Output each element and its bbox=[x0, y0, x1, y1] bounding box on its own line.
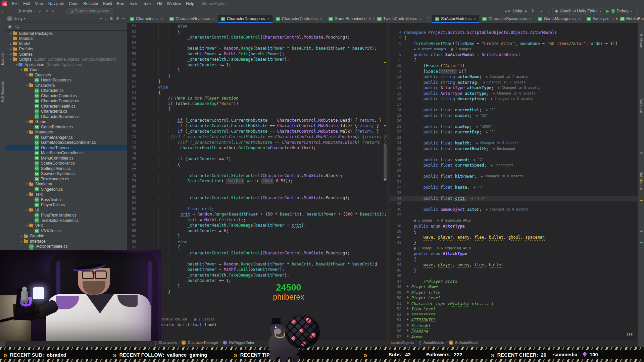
tree-item-GameModeSceneController.cs[interactable]: C#GameModeSceneController.cs bbox=[5, 140, 127, 145]
breadcrumb-item[interactable]: OnTriggerEnter bbox=[229, 341, 254, 345]
tree-item-GameManager.cs[interactable]: C#GameManager.cs bbox=[5, 135, 127, 140]
collapse-all-icon[interactable]: ⊟ bbox=[110, 16, 113, 21]
close-tab-icon[interactable]: × bbox=[161, 17, 163, 21]
editor-character-damage[interactable]: 51else52{53_characterControl.StateContro… bbox=[127, 23, 387, 339]
tree-item-VFX[interactable]: ▾VFX bbox=[5, 223, 127, 229]
tab-CharacterDamage.cs[interactable]: C#CharacterDamage.cs× bbox=[218, 15, 273, 23]
menu-navigate[interactable]: Navigate bbox=[46, 1, 66, 6]
highlighting-level-icon[interactable]: ▮▮▮ bbox=[627, 333, 633, 336]
tree-item-Boosters[interactable]: ▾Boosters bbox=[5, 72, 127, 78]
more-toolbar-icon[interactable]: ⋮ bbox=[634, 9, 641, 13]
menu-build[interactable]: Build bbox=[101, 1, 114, 6]
tree-item-FloatTextHandler.cs[interactable]: C#FloatTextHandler.cs bbox=[5, 213, 127, 218]
tree-chevron-icon[interactable]: ▾ bbox=[25, 182, 29, 186]
menu-help[interactable]: Help bbox=[184, 1, 197, 6]
tree-item-Scenes[interactable]: ▸Scenes bbox=[5, 52, 127, 57]
git-branch-widget[interactable]: main ▾ bbox=[16, 9, 37, 13]
menu-refactor[interactable]: Refactor bbox=[81, 1, 101, 6]
hidden-tabs-icon[interactable]: ⋮ bbox=[425, 16, 432, 21]
tab-CharacterSpawner.cs[interactable]: C#CharacterSpawner.cs× bbox=[479, 15, 535, 23]
tree-item-Game[interactable]: ▾Game bbox=[5, 119, 127, 125]
tree-item-Singelton.cs[interactable]: C#Singelton.cs bbox=[5, 187, 127, 192]
tree-chevron-icon[interactable]: ▾ bbox=[9, 58, 13, 61]
project-view-title[interactable]: Unity bbox=[13, 16, 22, 21]
breadcrumb-item[interactable]: SoActorModel bbox=[455, 341, 478, 345]
next-issue-icon[interactable]: ∨ bbox=[638, 16, 640, 20]
tree-item-Scripts[interactable]: ▾Scripts(Editor, ScriptableObjects, Scri… bbox=[5, 57, 127, 62]
menu-file[interactable]: File bbox=[10, 1, 21, 6]
unity-play-icon[interactable]: ▶ bbox=[525, 9, 528, 13]
tree-item-SpawnerSystem.cs[interactable]: C#SpawnerSystem.cs bbox=[5, 171, 127, 177]
tool-tab-database[interactable]: Database bbox=[639, 99, 643, 113]
error-stripe-mark[interactable] bbox=[640, 242, 643, 243]
menu-window[interactable]: Window bbox=[164, 1, 184, 6]
tree-item-Ui[interactable]: ▾Ui bbox=[5, 207, 127, 213]
tree-chevron-icon[interactable]: ▾ bbox=[25, 120, 29, 123]
tree-item-PlayerText.cs[interactable]: C#PlayerText.cs bbox=[5, 202, 127, 208]
error-stripe-mark[interactable] bbox=[640, 180, 643, 181]
hide-panel-icon[interactable]: ─ bbox=[122, 16, 125, 21]
tab-CharacterControl.cs[interactable]: C#CharacterControl.cs× bbox=[273, 15, 326, 23]
menu-edit[interactable]: Edit bbox=[21, 1, 33, 6]
tree-item-Interface[interactable]: ▾Interface bbox=[5, 239, 127, 244]
expand-all-icon[interactable]: ↕ bbox=[105, 16, 107, 21]
tree-item-CharacterHealth.cs[interactable]: C#CharacterHealth.cs bbox=[5, 104, 127, 109]
run-button[interactable]: ▶ bbox=[606, 9, 609, 13]
update-project-icon[interactable]: ↙ bbox=[37, 9, 43, 13]
tree-item-Model[interactable]: ▸Model bbox=[5, 41, 127, 47]
close-tab-icon[interactable]: × bbox=[611, 17, 613, 21]
tab-CharacterHealth.cs[interactable]: C#CharacterHealth.cs× bbox=[166, 15, 218, 23]
forward-icon[interactable]: → bbox=[7, 9, 13, 13]
chevrons-updown-icon[interactable]: ∧∨ bbox=[504, 9, 511, 13]
prev-issue-icon[interactable]: ∧ bbox=[372, 16, 375, 20]
search-everywhere-input[interactable]: Search everywhere bbox=[66, 8, 113, 14]
tree-chevron-icon[interactable]: ▸ bbox=[9, 53, 13, 56]
tree-item-VfxKiller.cs[interactable]: C#VfxKiller.cs bbox=[5, 228, 127, 234]
tree-chevron-icon[interactable]: ▾ bbox=[25, 84, 29, 87]
tool-tab-explorer[interactable]: Explorer bbox=[1, 53, 4, 65]
editor-so-actor-model[interactable]: 4namespace Project.Scripts.ScriptableObj… bbox=[390, 23, 638, 339]
tree-item-SettingsMenu.cs[interactable]: C#SettingsMenu.cs bbox=[5, 166, 127, 171]
close-tab-icon[interactable]: × bbox=[320, 17, 322, 21]
locate-icon[interactable]: ⌖ bbox=[100, 16, 102, 21]
error-stripe-mark[interactable] bbox=[384, 125, 386, 126]
editor-scrollbar[interactable] bbox=[384, 144, 387, 181]
tree-item-External Packages[interactable]: ▸External Packages bbox=[5, 31, 127, 36]
tool-tab-pull-requests[interactable]: Pull Requests bbox=[1, 81, 4, 102]
tree-item-MainSceneController.cs[interactable]: C#MainSceneController.cs bbox=[5, 150, 127, 156]
tree-item-IActorTemplate.cs[interactable]: C#IActorTemplate.cs bbox=[5, 244, 127, 249]
run-configuration-select[interactable]: Attach to Unity Editor ▾ bbox=[552, 8, 604, 14]
tree-item-Characters[interactable]: ▾Characters bbox=[5, 83, 127, 88]
tree-chevron-icon[interactable]: ▾ bbox=[19, 68, 24, 71]
tree-chevron-icon[interactable]: ▾ bbox=[25, 193, 29, 196]
tab-Character.cs[interactable]: C#Character.cs× bbox=[127, 15, 166, 23]
menu-tools[interactable]: Tools bbox=[141, 1, 155, 6]
tree-item-Core[interactable]: ▾Core bbox=[5, 67, 127, 73]
breadcrumb-item[interactable]: ScriptableObjects bbox=[390, 341, 414, 345]
tree-chevron-icon[interactable]: ▸ bbox=[9, 47, 13, 51]
tab-SoActorModel.cs[interactable]: C#SoActorModel.cs× bbox=[432, 15, 479, 23]
settings-icon[interactable]: ⚙ bbox=[116, 16, 119, 21]
tree-item-GameBehavior.cs[interactable]: C#GameBehavior.cs bbox=[5, 124, 127, 130]
next-issue-icon[interactable]: ∨ bbox=[377, 16, 379, 20]
breadcrumb-item[interactable]: CharacterDamage bbox=[188, 341, 218, 345]
tree-item-CharacterId.cs[interactable]: C#CharacterId.cs bbox=[5, 109, 127, 114]
debug-bug-icon[interactable] bbox=[611, 9, 615, 13]
tree-item-Singleton[interactable]: ▾Singleton bbox=[5, 182, 127, 187]
error-stripe-mark[interactable] bbox=[640, 231, 643, 232]
tool-tab-il-viewer[interactable]: IL Viewer bbox=[639, 34, 643, 48]
pause-icon[interactable]: ‖ bbox=[530, 9, 536, 13]
breadcrumb-item[interactable]: ActorModels bbox=[424, 341, 444, 345]
tab-Family.cs[interactable]: C#Family.cs× bbox=[584, 15, 617, 23]
tree-chevron-icon[interactable]: ▾ bbox=[25, 73, 29, 77]
close-tab-icon[interactable]: × bbox=[578, 17, 580, 21]
push-icon[interactable]: ↗ bbox=[43, 9, 50, 13]
tree-item-Text[interactable]: ▾Text bbox=[5, 192, 127, 197]
close-tab-icon[interactable]: × bbox=[212, 17, 214, 21]
tree-chevron-icon[interactable]: ▾ bbox=[14, 63, 18, 66]
close-tab-icon[interactable]: × bbox=[529, 17, 531, 21]
tree-item-Application[interactable]: ▾Application(Scripts.Application) bbox=[5, 62, 127, 67]
error-stripe-mark[interactable] bbox=[640, 200, 643, 201]
menu-code[interactable]: Code bbox=[66, 1, 81, 6]
tree-search-icon[interactable] bbox=[15, 25, 18, 28]
